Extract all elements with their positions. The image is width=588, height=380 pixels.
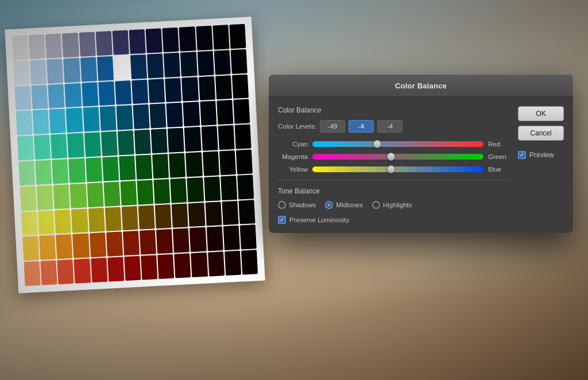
swatch-cell <box>124 256 141 281</box>
swatch-cell <box>13 60 30 85</box>
swatch-cell <box>48 84 65 108</box>
swatch-cell <box>181 77 198 102</box>
swatch-cell <box>16 111 33 135</box>
yellow-blue-slider-thumb[interactable] <box>387 165 395 173</box>
swatch-cell <box>241 250 258 274</box>
swatch-cell <box>34 135 51 160</box>
swatch-cell <box>57 259 74 284</box>
swatch-cell <box>138 205 155 230</box>
swatch-cell <box>173 228 189 253</box>
swatch-cell <box>55 210 71 234</box>
swatch-cell <box>129 29 146 54</box>
swatch-cell <box>153 179 170 204</box>
swatch-cell <box>98 81 115 106</box>
preview-checkbox[interactable] <box>518 151 526 159</box>
highlights-radio[interactable] <box>372 201 380 209</box>
cyan-red-slider-thumb[interactable] <box>373 140 381 148</box>
swatch-cell <box>229 24 246 49</box>
swatch-cell <box>157 254 174 279</box>
shadows-option[interactable]: Shadows <box>278 201 316 209</box>
swatch-cell <box>165 77 181 102</box>
swatch-cell <box>52 159 69 184</box>
swatch-cell <box>155 204 172 228</box>
swatch-cell <box>133 104 149 129</box>
swatch-cell <box>103 181 120 206</box>
shadows-radio[interactable] <box>278 201 286 209</box>
swatch-cell <box>14 86 31 110</box>
dialog-sidebar: OK Cancel Preview <box>518 106 564 224</box>
swatch-cell <box>205 201 222 226</box>
midtones-label: Midtones <box>336 201 363 208</box>
swatch-cell <box>114 55 130 80</box>
midtones-option[interactable]: Midtones <box>325 201 363 209</box>
swatch-cell <box>51 134 67 158</box>
swatch-cell <box>232 74 249 99</box>
dialog-titlebar: Color Balance <box>269 75 573 97</box>
swatch-cell <box>39 235 56 260</box>
yellow-label: Yellow <box>278 166 308 173</box>
dialog-body: Color Balance Color Levels: Cyan Red Mag… <box>269 97 573 233</box>
swatch-cell <box>70 183 87 208</box>
swatch-cell <box>47 59 63 83</box>
cyan-red-slider-row: Cyan Red <box>278 141 509 148</box>
swatch-cell <box>24 261 40 286</box>
green-label: Green <box>488 153 509 160</box>
cyan-red-slider-track[interactable] <box>312 141 483 147</box>
yellow-blue-slider-track[interactable] <box>312 166 483 172</box>
swatch-cell <box>140 230 156 255</box>
swatch-cell <box>30 60 47 84</box>
level-input-2[interactable] <box>349 120 374 133</box>
swatch-cell <box>238 200 255 224</box>
swatch-cell <box>107 257 124 282</box>
swatch-cell <box>101 131 118 156</box>
highlights-option[interactable]: Highlights <box>372 201 412 209</box>
blue-label: Blue <box>488 166 509 173</box>
swatch-cell <box>136 155 152 180</box>
swatch-cell <box>216 100 233 125</box>
swatch-cell <box>169 153 185 177</box>
swatch-cell <box>174 253 191 278</box>
swatch-cell <box>90 232 106 257</box>
swatch-cell <box>215 75 232 100</box>
swatch-cell <box>99 106 116 131</box>
swatch-cell <box>12 36 29 60</box>
level-input-1[interactable] <box>320 120 345 133</box>
swatch-cell <box>32 84 48 109</box>
swatch-cell <box>91 258 107 282</box>
preview-row[interactable]: Preview <box>518 151 564 159</box>
swatch-cell <box>237 175 254 199</box>
swatch-cell <box>102 157 119 181</box>
swatch-cell <box>122 206 138 231</box>
swatch-cell <box>197 51 214 75</box>
swatch-cell <box>86 157 102 182</box>
swatch-cell <box>223 226 239 250</box>
swatch-cell <box>230 49 247 73</box>
swatch-cell <box>41 261 57 285</box>
swatch-cell <box>148 79 165 103</box>
preserve-luminosity-row[interactable]: Preserve Luminosity <box>278 216 509 224</box>
swatch-cell <box>234 125 251 149</box>
yellow-blue-slider-row: Yellow Blue <box>278 166 509 173</box>
swatch-cell <box>141 255 157 280</box>
swatch-cell <box>180 52 197 76</box>
swatch-cell <box>206 227 223 251</box>
swatch-cell <box>65 83 82 107</box>
cancel-button[interactable]: Cancel <box>518 126 564 141</box>
swatch-cell <box>212 25 229 49</box>
preserve-luminosity-checkbox[interactable] <box>278 216 286 224</box>
swatch-cell <box>191 253 208 277</box>
swatch-cell <box>119 156 136 180</box>
magenta-green-slider-thumb[interactable] <box>387 153 395 161</box>
midtones-radio[interactable] <box>325 201 333 209</box>
magenta-green-slider-track[interactable] <box>312 154 483 160</box>
swatch-cell <box>84 132 100 157</box>
swatch-cell <box>146 28 163 53</box>
swatch-cell <box>67 133 84 158</box>
cyan-label: Cyan <box>278 141 308 148</box>
ok-button[interactable]: OK <box>518 106 564 121</box>
swatch-cell <box>236 149 253 174</box>
level-input-3[interactable] <box>377 120 403 133</box>
swatch-cell <box>183 102 200 126</box>
swatch-cell <box>167 103 183 127</box>
swatch-cell <box>219 150 236 175</box>
